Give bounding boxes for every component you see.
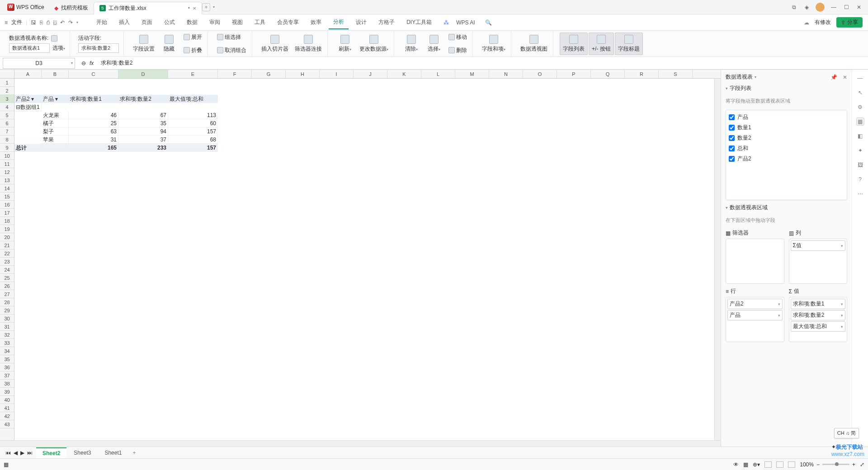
cell[interactable]: 产品2 ▾ [14, 95, 42, 103]
tab-add-button[interactable]: + [202, 3, 210, 11]
cube-icon[interactable]: ◈ [803, 4, 810, 11]
row-header-33[interactable]: 33 [0, 339, 14, 347]
row-header-12[interactable]: 12 [0, 168, 14, 176]
field-checkbox[interactable]: 数量2 [728, 133, 845, 143]
menu-data[interactable]: 数据 [182, 16, 202, 29]
row-header-5[interactable]: 5 [0, 111, 14, 119]
print-icon[interactable]: ⎙ [47, 19, 50, 26]
file-menu[interactable]: 文件 [11, 19, 22, 26]
help-icon[interactable]: ? [856, 175, 864, 183]
row-header-17[interactable]: 17 [0, 209, 14, 217]
row-header-38[interactable]: 38 [0, 380, 14, 388]
eye-icon[interactable]: 👁 [733, 461, 739, 468]
area-chip[interactable]: 求和项:数量2▾ [791, 310, 846, 320]
row-header-35[interactable]: 35 [0, 355, 14, 363]
col-header-P[interactable]: P [557, 70, 591, 78]
col-header-G[interactable]: G [252, 70, 286, 78]
export-icon[interactable]: ⎘ [40, 19, 43, 26]
move-button[interactable]: 移动 [446, 32, 470, 43]
row-header-15[interactable]: 15 [0, 193, 14, 201]
window-layout-icon[interactable]: ⧉ [790, 4, 797, 11]
select-button[interactable]: 选择▾ [423, 33, 445, 55]
panel-collapse-icon[interactable]: — [856, 74, 864, 82]
row-header-8[interactable]: 8 [0, 136, 14, 144]
row-header-2[interactable]: 2 [0, 87, 14, 95]
cell[interactable]: 37 [118, 136, 168, 144]
window-maximize-icon[interactable]: ☐ [843, 4, 850, 11]
change-source-button[interactable]: 更改数据源▾ [357, 33, 391, 55]
row-header-22[interactable]: 22 [0, 249, 14, 258]
menu-fangge[interactable]: 方格子 [374, 16, 399, 29]
center-icon[interactable]: ⊕▾ [753, 461, 760, 468]
refresh-button[interactable]: 刷新▾ [334, 33, 356, 55]
areas-section-title[interactable]: 数据透视表区域 [726, 204, 847, 212]
cell[interactable]: 求和项:数量1 [69, 95, 118, 103]
row-header-25[interactable]: 25 [0, 274, 14, 282]
zoom-control[interactable]: 100% − + [800, 461, 855, 468]
redo-icon[interactable]: ↷ [68, 19, 73, 26]
cell[interactable]: ⊟数据组1 [14, 103, 42, 111]
pt-name-field[interactable]: 数据透视表1 [9, 43, 50, 53]
hide-button[interactable]: 隐藏 [158, 33, 180, 55]
hamburger-icon[interactable]: ≡ [5, 19, 8, 26]
fields-section-title[interactable]: 字段列表 [726, 85, 847, 92]
save-icon[interactable]: 🖫 [31, 19, 36, 26]
menu-page[interactable]: 页面 [137, 16, 157, 29]
row-header-1[interactable]: 1 [0, 79, 14, 87]
col-header-J[interactable]: J [354, 70, 387, 78]
cell[interactable]: 31 [69, 136, 118, 144]
row-header-13[interactable]: 13 [0, 176, 14, 184]
delete-button[interactable]: 删除 [446, 45, 470, 56]
column-area-box[interactable]: Σ值▾ [789, 239, 848, 284]
horizontal-scrollbar[interactable] [0, 440, 721, 446]
user-avatar[interactable] [816, 3, 825, 12]
zoom-out-icon[interactable]: − [816, 461, 820, 468]
cell[interactable]: 157 [168, 144, 218, 152]
area-chip[interactable]: 产品2▾ [727, 299, 783, 309]
row-header-37[interactable]: 37 [0, 371, 14, 380]
col-header-N[interactable]: N [489, 70, 523, 78]
fullscreen-icon[interactable]: ⤢ [860, 461, 864, 468]
col-header-C[interactable]: C [69, 70, 118, 78]
cell[interactable]: 苹果 [42, 136, 69, 144]
menu-analyze[interactable]: 分析 [329, 15, 349, 29]
row-header-39[interactable]: 39 [0, 388, 14, 396]
view-page[interactable] [776, 461, 783, 468]
zoom-slider[interactable] [822, 464, 849, 465]
grid-icon[interactable]: ▦ [743, 461, 748, 468]
cell[interactable]: 求和项:数量2 [118, 95, 168, 103]
row-header-23[interactable]: 23 [0, 258, 14, 266]
add-sheet-button[interactable]: + [129, 450, 139, 456]
cursor-icon[interactable]: ↖ [856, 89, 864, 97]
cell[interactable]: 46 [69, 111, 118, 119]
menu-wpsai[interactable]: WPS AI [452, 17, 479, 28]
menu-review[interactable]: 审阅 [205, 16, 225, 29]
row-header-21[interactable]: 21 [0, 241, 14, 249]
col-header-Q[interactable]: Q [591, 70, 625, 78]
row-header-43[interactable]: 43 [0, 420, 14, 428]
cell[interactable] [42, 144, 69, 152]
row-header-9[interactable]: 9 [0, 144, 14, 152]
vertical-scrollbar[interactable] [714, 79, 721, 440]
layout-icon[interactable]: ▦ [856, 118, 864, 126]
activefield-value[interactable]: 求和项:数量2 [78, 43, 119, 53]
col-header-I[interactable]: I [320, 70, 354, 78]
cell[interactable]: 165 [69, 144, 118, 152]
ime-indicator[interactable]: CH ♫ 简 [834, 428, 859, 438]
row-header-26[interactable]: 26 [0, 282, 14, 290]
filter-area-box[interactable] [726, 239, 784, 284]
cancel-formula-icon[interactable]: ⊖ [81, 60, 86, 66]
cell[interactable]: 60 [168, 119, 218, 127]
plus-minus-toggle[interactable]: +/- 按钮 [589, 33, 614, 55]
area-chip[interactable]: Σ值▾ [791, 240, 846, 251]
cell[interactable]: 68 [168, 136, 218, 144]
cloud-icon[interactable]: ☁ [804, 19, 809, 26]
row-header-7[interactable]: 7 [0, 127, 14, 136]
field-settings-button[interactable]: 字段设置 [130, 33, 157, 55]
col-header-S[interactable]: S [659, 70, 693, 78]
cell[interactable]: 94 [118, 127, 168, 136]
settings-icon[interactable]: ⚙ [856, 103, 864, 111]
style-icon[interactable]: ◧ [856, 132, 864, 140]
field-checkbox[interactable]: 数量1 [728, 122, 845, 133]
row-header-16[interactable]: 16 [0, 201, 14, 209]
